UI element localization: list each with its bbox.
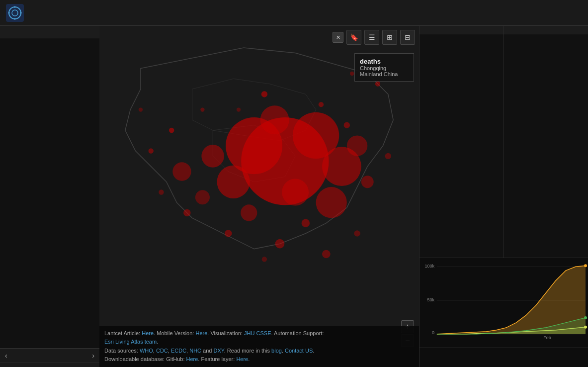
app-logo: [6, 4, 24, 22]
svg-point-36: [200, 107, 204, 111]
svg-point-17: [347, 135, 367, 156]
footer-line3: Data sources: WHO, CDC, ECDC, NHC and DX…: [104, 347, 414, 356]
map-info-location-text: Chongqing: [360, 65, 409, 71]
total-recovered-box: [504, 26, 588, 34]
total-deaths-box: [420, 26, 504, 34]
svg-point-28: [302, 219, 310, 227]
svg-point-13: [260, 105, 289, 134]
left-panel: ‹ ›: [0, 26, 99, 367]
footer-link-dxy[interactable]: DXY: [214, 348, 224, 354]
footer-link-feature[interactable]: Here: [236, 356, 248, 362]
map-grid-button[interactable]: ⊟: [400, 30, 415, 45]
footer-link-blog[interactable]: blog: [271, 348, 282, 354]
footer-link-cdc[interactable]: CDC: [156, 348, 168, 354]
map-info-box: deaths Chongqing Mainland China: [354, 53, 414, 82]
nav-prev-arrow[interactable]: ‹: [3, 351, 9, 361]
svg-point-12: [217, 166, 250, 198]
chart-tabs: [420, 348, 588, 348]
svg-point-26: [149, 148, 154, 153]
svg-point-16: [316, 187, 347, 218]
svg-point-34: [375, 82, 380, 87]
right-top-stats: [420, 26, 588, 34]
svg-point-14: [201, 145, 224, 168]
svg-point-27: [183, 209, 191, 217]
svg-point-18: [172, 162, 191, 181]
map-close-button[interactable]: ✕: [333, 32, 343, 43]
svg-point-40: [262, 257, 267, 262]
svg-point-23: [261, 91, 267, 97]
svg-point-33: [385, 153, 391, 159]
footer-line1: Lantcet Article: Here. Mobile Version: H…: [104, 329, 414, 338]
header: [0, 0, 588, 26]
map-info-country: Mainland China: [360, 71, 409, 77]
svg-text:100k: 100k: [424, 264, 434, 269]
footer-link-nhc[interactable]: NHC: [189, 348, 201, 354]
map-toolbar: ✕ 🔖 ☰ ⊞ ⊟: [333, 30, 415, 45]
footer-link-github[interactable]: Here: [186, 356, 198, 362]
svg-point-24: [319, 102, 324, 107]
chart-area: 100k 50k 0 Feb: [420, 258, 588, 367]
footer-link-esri[interactable]: Esri Living Atlas team: [104, 339, 157, 345]
svg-point-52: [584, 264, 587, 267]
right-panel: 100k 50k 0 Feb: [419, 26, 588, 367]
map-footer: Lantcet Article: Here. Mobile Version: H…: [99, 326, 419, 367]
left-bottom-nav: ‹ ›: [0, 348, 99, 363]
svg-point-32: [322, 250, 331, 259]
footer-link-who[interactable]: WHO: [140, 348, 153, 354]
footer-link-ecdc[interactable]: ECDC: [171, 348, 186, 354]
svg-point-39: [354, 230, 360, 236]
last-updated-section: [0, 363, 99, 367]
svg-point-37: [237, 107, 241, 111]
chart-svg: 100k 50k 0 Feb: [420, 258, 588, 343]
svg-point-35: [350, 72, 354, 76]
map-area[interactable]: ✕ 🔖 ☰ ⊞ ⊟: [99, 26, 419, 367]
footer-link-here1[interactable]: Here: [142, 330, 154, 336]
svg-text:Feb: Feb: [543, 335, 551, 340]
deaths-detail-list: [420, 34, 504, 258]
svg-point-53: [584, 326, 587, 329]
main-content: ‹ › ✕ 🔖 ☰ ⊞ ⊟: [0, 26, 588, 367]
footer-link-jhu[interactable]: JHU CSSE: [244, 330, 271, 336]
svg-text:0: 0: [432, 330, 434, 335]
svg-point-19: [241, 204, 257, 221]
map-bookmark-button[interactable]: 🔖: [346, 30, 361, 45]
svg-point-38: [139, 107, 143, 111]
footer-line2: Esri Living Atlas team.: [104, 338, 414, 347]
country-list: [0, 44, 99, 348]
map-list-button[interactable]: ☰: [364, 30, 379, 45]
confirmed-by-region-section: [0, 38, 99, 44]
total-confirmed-box: [0, 26, 99, 38]
svg-point-22: [169, 128, 174, 133]
svg-point-29: [225, 230, 232, 237]
svg-point-30: [275, 239, 285, 249]
svg-point-20: [195, 190, 210, 204]
map-layers-button[interactable]: ⊞: [382, 30, 397, 45]
svg-point-21: [361, 176, 374, 188]
map-info-deaths-text: deaths: [360, 58, 409, 65]
right-detail-lists: [420, 34, 588, 258]
svg-point-31: [159, 189, 164, 194]
svg-text:50k: 50k: [427, 297, 434, 302]
footer-link-contact[interactable]: Contact US: [285, 348, 313, 354]
recovered-detail-list: [504, 34, 588, 258]
footer-link-here2[interactable]: Here: [195, 330, 207, 336]
nav-next-arrow[interactable]: ›: [90, 351, 96, 361]
svg-point-25: [344, 122, 350, 128]
footer-line4: Downloadable database: GitHub: Here. Fea…: [104, 355, 414, 364]
svg-point-15: [282, 179, 309, 206]
svg-point-54: [584, 316, 587, 319]
